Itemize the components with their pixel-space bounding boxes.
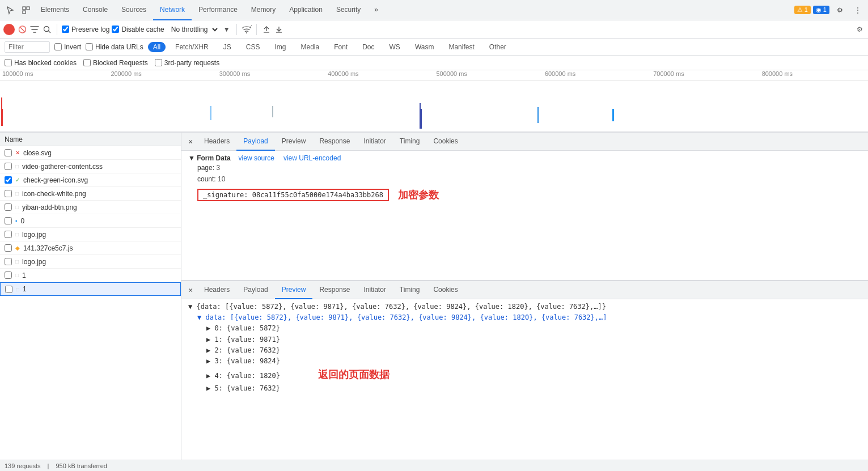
blocked-requests-label[interactable]: Blocked Requests (83, 59, 148, 67)
preview-line-2[interactable]: ▶ 0: {value: 5872} (188, 323, 861, 334)
tab-security[interactable]: Security (329, 0, 367, 20)
file-item-yiban[interactable]: □ yiban-add-btn.png (0, 201, 181, 214)
tab-network[interactable]: Network (153, 0, 192, 20)
wifi-icon[interactable] (242, 24, 252, 35)
filter-input[interactable] (5, 41, 50, 53)
file-item-0[interactable]: ▪ 0 (0, 214, 181, 228)
filter-pill-font[interactable]: Font (329, 42, 353, 52)
third-party-label[interactable]: 3rd-party requests (155, 59, 219, 67)
clear-icon[interactable]: 🚫 (17, 24, 27, 35)
invert-label[interactable]: Invert (54, 43, 81, 51)
tab-memory[interactable]: Memory (244, 0, 282, 20)
file-item-logo2[interactable]: □ logo.jpg (0, 255, 181, 269)
file-name-3: icon-check-white.png (22, 190, 86, 198)
hide-data-urls-label[interactable]: Hide data URLs (86, 43, 143, 51)
preview-line-7[interactable]: ▶ 5: {value: 7632} (188, 383, 861, 394)
bottom-close-button[interactable]: × (184, 283, 197, 297)
filter-pill-doc[interactable]: Doc (357, 42, 379, 52)
filter-pill-all[interactable]: All (148, 42, 166, 52)
cursor-icon[interactable] (2, 2, 18, 18)
file-checkbox-3[interactable] (5, 190, 12, 197)
more-options-icon[interactable]: ⋮ (850, 2, 866, 18)
file-checkbox-2[interactable] (5, 176, 12, 184)
file-checkbox-5[interactable] (5, 217, 12, 224)
file-item-css[interactable]: □ video-gatherer-content.css (0, 160, 181, 173)
ruler-label-1: 100000 ms (0, 70, 108, 80)
preserve-log-checkbox[interactable] (62, 26, 69, 33)
tab-more[interactable]: » (367, 0, 385, 20)
filter-pill-ws[interactable]: WS (384, 42, 405, 52)
filter-pill-other[interactable]: Other (484, 42, 511, 52)
tab-elements[interactable]: Elements (34, 0, 76, 20)
file-checkbox-10[interactable] (5, 286, 12, 293)
preserve-log-label[interactable]: Preserve log (62, 26, 109, 33)
filter-pill-manifest[interactable]: Manifest (443, 42, 479, 52)
preview-line-4[interactable]: ▶ 2: {value: 7632} (188, 345, 861, 356)
blocked-requests-checkbox[interactable] (83, 59, 91, 66)
file-checkbox-9[interactable] (5, 271, 12, 279)
top-tab-cookies[interactable]: Cookies (426, 133, 464, 151)
file-item-close-svg[interactable]: ✕ close.svg (0, 146, 181, 160)
bottom-tab-response[interactable]: Response (312, 281, 357, 299)
bottom-tab-timing[interactable]: Timing (393, 281, 427, 299)
inspect-icon[interactable] (18, 2, 34, 18)
file-checkbox-0[interactable] (5, 149, 12, 156)
file-item-logo1[interactable]: □ logo.jpg (0, 228, 181, 241)
tab-application[interactable]: Application (282, 0, 329, 20)
top-tab-initiator[interactable]: Initiator (357, 133, 392, 151)
view-source-link[interactable]: view source (239, 154, 274, 162)
top-tab-timing[interactable]: Timing (393, 133, 427, 151)
file-item-icon-white[interactable]: □ icon-check-white.png (0, 187, 181, 201)
file-checkbox-4[interactable] (5, 203, 12, 211)
top-tab-preview[interactable]: Preview (275, 133, 313, 151)
disable-cache-label[interactable]: Disable cache (112, 26, 164, 33)
toolbar-separator2 (236, 24, 237, 35)
file-item-1b[interactable]: □ 1 (0, 282, 181, 296)
tab-performance[interactable]: Performance (192, 0, 244, 20)
throttle-chevron[interactable]: ▼ (222, 24, 232, 35)
file-item-js[interactable]: ◆ 141.327ce5c7.js (0, 241, 181, 255)
file-item-1a[interactable]: □ 1 (0, 269, 181, 282)
throttle-select[interactable]: No throttling (167, 24, 219, 35)
bottom-tab-headers[interactable]: Headers (197, 281, 236, 299)
record-button[interactable] (3, 24, 15, 35)
preview-line-3[interactable]: ▶ 1: {value: 9871} (188, 334, 861, 345)
filter-pill-css[interactable]: CSS (241, 42, 265, 52)
filter-pill-wasm[interactable]: Wasm (410, 42, 439, 52)
blocked-cookies-label[interactable]: Has blocked cookies (5, 59, 77, 67)
bottom-tab-cookies[interactable]: Cookies (426, 281, 464, 299)
search-icon[interactable] (42, 24, 52, 35)
bottom-tab-initiator[interactable]: Initiator (357, 281, 392, 299)
filter-icon[interactable] (29, 24, 40, 35)
download-icon[interactable] (274, 24, 284, 35)
filter-pill-js[interactable]: JS (218, 42, 236, 52)
top-tab-payload[interactable]: Payload (236, 133, 274, 151)
file-checkbox-8[interactable] (5, 258, 12, 265)
filter-pill-img[interactable]: Img (269, 42, 291, 52)
top-tab-headers[interactable]: Headers (197, 133, 236, 151)
disable-cache-checkbox[interactable] (112, 26, 119, 33)
file-checkbox-6[interactable] (5, 231, 12, 238)
third-party-checkbox[interactable] (155, 59, 162, 66)
settings2-icon[interactable]: ⚙ (854, 24, 865, 35)
file-icon-3: □ (15, 190, 19, 197)
file-checkbox-7[interactable] (5, 244, 12, 252)
preview-line-5[interactable]: ▶ 3: {value: 9824} (188, 356, 861, 367)
view-url-encoded-link[interactable]: view URL-encoded (283, 154, 341, 162)
file-checkbox-1[interactable] (5, 163, 12, 170)
upload-icon[interactable] (261, 24, 272, 35)
settings-icon[interactable]: ⚙ (832, 2, 848, 18)
bottom-tab-payload[interactable]: Payload (236, 281, 274, 299)
top-tab-response[interactable]: Response (312, 133, 357, 151)
blocked-cookies-checkbox[interactable] (5, 59, 12, 66)
tab-sources[interactable]: Sources (115, 0, 153, 20)
bottom-tab-preview[interactable]: Preview (275, 281, 313, 299)
filter-pill-media[interactable]: Media (295, 42, 324, 52)
filter-pill-xhr[interactable]: Fetch/XHR (170, 42, 214, 52)
top-close-button[interactable]: × (184, 135, 197, 148)
tab-console[interactable]: Console (76, 0, 115, 20)
preview-line-6[interactable]: ▶ 4: {value: 1820} 返回的页面数据 (188, 367, 861, 383)
file-item-check-green[interactable]: ✓ check-green-icon.svg (0, 173, 181, 187)
invert-checkbox[interactable] (54, 43, 62, 50)
hide-data-urls-checkbox[interactable] (86, 43, 93, 50)
